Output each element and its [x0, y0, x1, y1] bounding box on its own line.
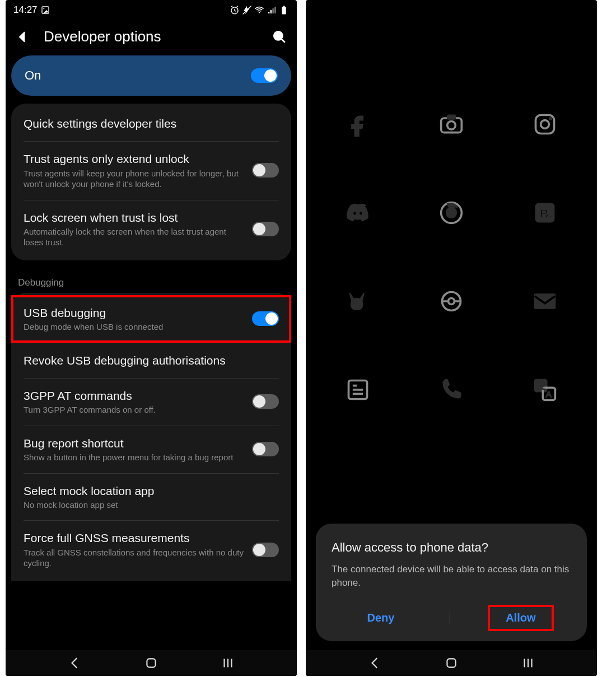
app-instagram-icon[interactable]: [533, 112, 557, 139]
alarm-icon: [230, 5, 240, 15]
wifi-icon: [254, 5, 264, 15]
svg-text:A: A: [545, 390, 551, 399]
dialog-text: The connected device will be able to acc…: [332, 563, 571, 590]
toggle-switch[interactable]: [252, 442, 279, 456]
back-icon[interactable]: [16, 30, 30, 44]
toggle-switch[interactable]: [252, 394, 279, 409]
row-title: Revoke USB debugging authorisations: [24, 353, 279, 368]
vibrate-icon: [242, 5, 252, 15]
svg-point-1: [43, 8, 44, 9]
settings-row-3gpp-at-commands[interactable]: 3GPP AT commandsTurn 3GPP AT commands on…: [11, 378, 291, 426]
svg-rect-20: [534, 294, 555, 309]
svg-rect-5: [282, 7, 286, 15]
settings-row-revoke-usb-debugging-authorisations[interactable]: Revoke USB debugging authorisations: [11, 343, 291, 378]
nav-back-icon[interactable]: [68, 656, 82, 670]
nav-back-icon[interactable]: [368, 656, 382, 670]
svg-point-14: [549, 118, 552, 120]
deny-button[interactable]: Deny: [351, 607, 410, 629]
master-toggle-switch[interactable]: [251, 68, 278, 83]
phone-home-dialog: B.文A Allow access to phone data? The con…: [306, 0, 597, 676]
phone-developer-options: 14:27 Developer options On Quick setting…: [6, 0, 297, 676]
svg-point-13: [540, 120, 549, 129]
button-divider: [450, 612, 450, 624]
toggle-switch[interactable]: [252, 163, 279, 178]
search-icon[interactable]: [272, 30, 287, 44]
app-pikachu-icon[interactable]: [346, 289, 370, 316]
row-title: Select mock location app: [24, 483, 279, 498]
svg-point-4: [259, 12, 260, 13]
row-title: Trust agents only extend unlock: [24, 151, 244, 166]
battery-icon: [279, 5, 289, 15]
row-title: Bug report shortcut: [24, 436, 244, 451]
section-label-debugging: Debugging: [6, 267, 297, 293]
row-subtitle: Turn 3GPP AT commands on or off.: [24, 404, 244, 415]
app-booking-icon[interactable]: B.: [533, 200, 557, 227]
row-title: Quick settings developer tiles: [24, 116, 279, 131]
svg-rect-11: [447, 115, 456, 119]
svg-text:文: 文: [536, 381, 545, 390]
master-toggle-label: On: [25, 68, 41, 83]
app-camera-icon[interactable]: [439, 112, 464, 139]
svg-rect-6: [283, 6, 285, 7]
settings-row-select-mock-location-app[interactable]: Select mock location appNo mock location…: [11, 473, 291, 521]
signal-icon: [267, 5, 277, 15]
settings-row-bug-report-shortcut[interactable]: Bug report shortcutShow a button in the …: [11, 426, 291, 473]
image-icon: [41, 6, 50, 15]
status-time: 14:27: [13, 4, 38, 16]
svg-point-19: [448, 298, 454, 305]
row-title: USB debugging: [24, 305, 244, 320]
nav-home-icon[interactable]: [444, 656, 459, 670]
row-subtitle: Automatically lock the screen when the l…: [24, 226, 244, 248]
nav-home-icon[interactable]: [144, 656, 158, 670]
settings-row-lock-screen-when-trust-is-lost[interactable]: Lock screen when trust is lostAutomatica…: [11, 200, 291, 258]
svg-point-10: [447, 122, 456, 130]
dialog-title: Allow access to phone data?: [332, 540, 571, 555]
page-title: Developer options: [44, 28, 161, 45]
app-gnews-icon[interactable]: [346, 377, 370, 404]
nav-bar: [306, 650, 597, 676]
row-title: Lock screen when trust is lost: [24, 210, 244, 225]
row-subtitle: No mock location app set: [24, 499, 279, 511]
app-grid: B.文A: [328, 112, 575, 404]
app-facebook-icon[interactable]: [346, 112, 370, 139]
status-bar: 14:27: [6, 0, 297, 20]
header: Developer options: [6, 20, 297, 55]
nav-recents-icon[interactable]: [521, 656, 535, 670]
toggle-switch[interactable]: [252, 311, 279, 326]
allow-access-dialog: Allow access to phone data? The connecte…: [316, 524, 587, 641]
settings-scroll[interactable]: On Quick settings developer tilesTrust a…: [6, 55, 297, 676]
settings-card-debugging: USB debuggingDebug mode when USB is conn…: [11, 293, 291, 581]
app-pokeball-icon[interactable]: [439, 289, 464, 316]
row-subtitle: Trust agents will keep your phone unlock…: [24, 168, 244, 190]
svg-point-7: [274, 31, 282, 40]
toggle-switch[interactable]: [252, 543, 279, 557]
row-subtitle: Track all GNSS constellations and freque…: [24, 547, 244, 569]
settings-card-1: Quick settings developer tilesTrust agen…: [11, 104, 291, 260]
nav-bar: [6, 650, 297, 676]
app-mail-icon[interactable]: [533, 289, 557, 316]
app-phone-icon[interactable]: [439, 377, 464, 404]
app-discord-icon[interactable]: [346, 200, 370, 227]
settings-row-trust-agents-only-extend-unlock[interactable]: Trust agents only extend unlockTrust age…: [11, 141, 291, 199]
settings-row-quick-settings-developer-tiles[interactable]: Quick settings developer tiles: [11, 106, 291, 141]
nav-recents-icon[interactable]: [221, 656, 235, 670]
settings-row-force-full-gnss-measurements[interactable]: Force full GNSS measurementsTrack all GN…: [11, 520, 291, 578]
row-title: 3GPP AT commands: [24, 388, 244, 403]
app-translate-icon[interactable]: 文A: [533, 377, 557, 404]
row-title: Force full GNSS measurements: [24, 530, 244, 545]
app-firefox-icon[interactable]: [439, 200, 464, 227]
svg-rect-26: [447, 659, 455, 667]
row-subtitle: Debug mode when USB is connected: [24, 321, 244, 333]
toggle-switch[interactable]: [252, 222, 279, 236]
svg-rect-8: [147, 659, 155, 667]
allow-button[interactable]: Allow: [490, 607, 551, 629]
settings-row-usb-debugging[interactable]: USB debuggingDebug mode when USB is conn…: [11, 295, 291, 343]
svg-text:B.: B.: [539, 207, 552, 221]
row-subtitle: Show a button in the power menu for taki…: [24, 452, 244, 463]
developer-master-toggle[interactable]: On: [11, 55, 291, 96]
